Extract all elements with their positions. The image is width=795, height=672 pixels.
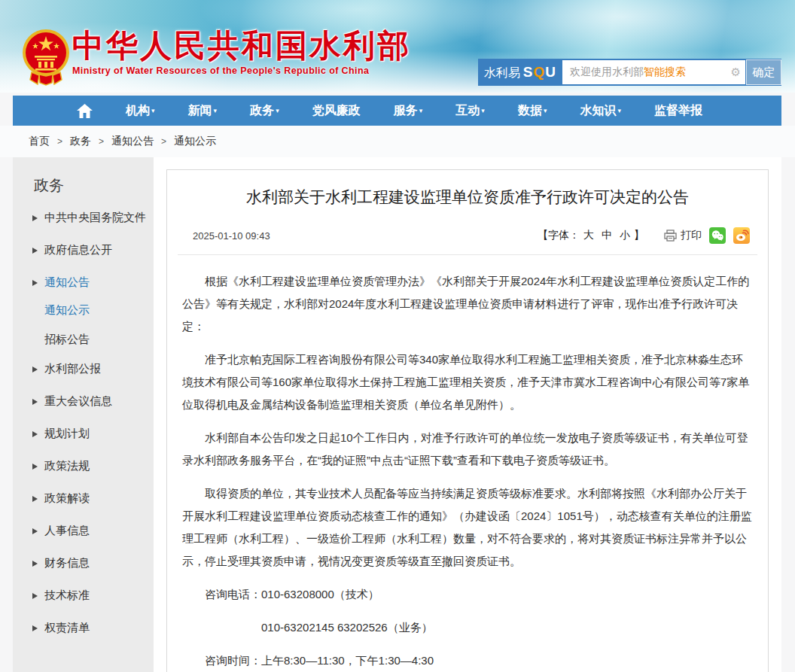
search-brand-label: 水利易 SQU [484,64,556,81]
arrow-right-icon [32,561,38,567]
sidebar-item-gazette[interactable]: 水利部公报 [32,362,146,376]
breadcrumb: 首页 > 政务 > 通知公告 > 通知公示 [0,126,795,157]
sidebar-item-personnel[interactable]: 人事信息 [32,524,146,538]
nav-item-orgs[interactable]: 机构▾ [126,96,155,126]
font-size-small-button[interactable]: 小 [620,229,630,242]
sidebar-item-info-disclosure[interactable]: 政府信息公开 [32,243,146,257]
sidebar: 政务 中共中央国务院文件 政府信息公开 通知公告 通知公示 招标公告 水利部公报… [13,157,154,672]
publish-date: 2025-01-10 09:43 [193,230,270,242]
printer-icon [664,230,677,242]
sidebar-subitem-notice-public[interactable]: 通知公示 [44,303,146,318]
article-tools: 【字体： 大 中 小 】 打印 [538,227,750,244]
breadcrumb-separator: > [57,136,62,147]
site-subtitle: Ministry of Water Resources of the Peopl… [72,65,411,76]
arrow-right-icon [32,431,38,437]
national-emblem-icon [21,27,71,89]
gear-icon[interactable]: ⚙ [731,65,741,80]
chevron-down-icon: ▾ [151,107,155,114]
chevron-down-icon: ▾ [481,107,485,114]
print-button[interactable]: 打印 [664,229,702,242]
paragraph: 根据《水利工程建设监理单位资质管理办法》《水利部关于开展2024年水利工程建设监… [182,270,754,338]
paragraph-phone: 咨询电话：010-63208000（技术） [182,583,754,606]
magnifier-letter-icon: Q [533,64,545,80]
content-area: 政务 中共中央国务院文件 政府信息公开 通知公告 通知公示 招标公告 水利部公报… [13,157,781,672]
nav-item-services[interactable]: 服务▾ [394,96,423,126]
arrow-right-icon [32,464,38,470]
breadcrumb-home[interactable]: 首页 [29,135,50,148]
chevron-down-icon: ▾ [276,107,279,114]
nav-item-party[interactable]: 党风廉政 [312,96,361,126]
sidebar-item-central-docs[interactable]: 中共中央国务院文件 [32,211,146,225]
breadcrumb-current: 通知公示 [174,135,216,148]
nav-item-gov[interactable]: 政务▾ [250,96,279,126]
paragraph: 准予北京帕克国际工程咨询股份有限公司等340家单位取得水利工程施工监理相关资质，… [182,348,754,416]
nav-item-data[interactable]: 数据▾ [518,96,547,126]
font-size-medium-button[interactable]: 中 [602,229,612,242]
paragraph: 水利部自本公告印发之日起10个工作日内，对准予行政许可的单位统一发放电子资质等级… [182,427,754,472]
sidebar-item-plans[interactable]: 规划计划 [32,427,146,441]
breadcrumb-separator: > [161,136,166,147]
font-size-label-close: 】 [634,229,644,242]
sidebar-item-notices[interactable]: 通知公告 [32,275,146,290]
sidebar-submenu: 通知公示 招标公告 [44,303,146,347]
chevron-down-icon: ▾ [617,107,621,114]
sidebar-item-meetings[interactable]: 重大会议信息 [32,394,146,409]
nav-home-button[interactable] [77,96,93,126]
sidebar-item-policy-interpretation[interactable]: 政策解读 [32,491,146,506]
arrow-right-icon [32,280,38,286]
font-size-large-button[interactable]: 大 [583,229,594,242]
breadcrumb-notices[interactable]: 通知公告 [111,135,154,148]
chevron-down-icon: ▾ [419,107,423,114]
sidebar-subitem-bidding[interactable]: 招标公告 [44,333,146,347]
chevron-down-icon: ▾ [214,107,218,114]
nav-item-interact[interactable]: 互动▾ [455,96,485,126]
sidebar-item-responsibilities[interactable]: 权责清单 [32,621,146,635]
chevron-down-icon: ▾ [544,107,547,114]
sidebar-item-finance[interactable]: 财务信息 [32,556,146,570]
breadcrumb-separator: > [99,136,104,147]
arrow-right-icon [32,593,38,599]
home-icon [77,104,93,118]
arrow-right-icon [32,496,38,502]
weibo-share-icon[interactable] [733,227,750,244]
site-search: 水利易 SQU 欢迎使用水利部智能搜索 ⚙ 确定 [478,59,781,86]
article-body: 根据《水利工程建设监理单位资质管理办法》《水利部关于开展2024年水利工程建设监… [178,261,757,672]
main-nav: 机构▾ 新闻▾ 政务▾ 党风廉政 服务▾ 互动▾ 数据▾ 水知识▾ 监督举报 [13,96,781,126]
site-title: 中华人民共和国水利部 [72,29,411,63]
nav-item-news[interactable]: 新闻▾ [188,96,218,126]
article-box: 水利部关于水利工程建设监理单位资质准予行政许可决定的公告 2025-01-10 … [166,169,769,672]
article-meta-row: 2025-01-10 09:43 【字体： 大 中 小 】 打印 [178,227,757,255]
search-submit-button[interactable]: 确定 [746,59,781,85]
sidebar-title: 政务 [34,175,146,196]
sidebar-item-standards[interactable]: 技术标准 [32,588,146,603]
font-size-label-open: 【字体： [538,229,580,242]
arrow-right-icon [32,625,38,631]
breadcrumb-gov[interactable]: 政务 [70,135,91,148]
arrow-right-icon [32,215,38,221]
nav-item-report[interactable]: 监督举报 [654,96,702,126]
sidebar-item-laws[interactable]: 政策法规 [32,459,146,473]
paragraph-hours: 咨询时间：上午8:30—11:30，下午1:30—4:30 [182,649,754,672]
main-panel: 水利部关于水利工程建设监理单位资质准予行政许可决定的公告 2025-01-10 … [154,157,781,672]
arrow-right-icon [32,248,38,254]
paragraph: 取得资质的单位，其专业技术人员配备等应当持续满足资质等级标准要求。水利部将按照《… [182,482,754,573]
search-input[interactable] [562,60,745,84]
wechat-share-icon[interactable] [709,227,726,244]
nav-item-knowledge[interactable]: 水知识▾ [580,96,621,126]
arrow-right-icon [32,528,38,534]
paragraph-phone2: 010-63202145 63202526（业务） [182,616,754,639]
arrow-right-icon [32,366,38,372]
page-title: 水利部关于水利工程建设监理单位资质准予行政许可决定的公告 [200,187,735,208]
site-banner: 中华人民共和国水利部 Ministry of Water Resources o… [0,0,795,93]
arrow-right-icon [32,399,38,405]
